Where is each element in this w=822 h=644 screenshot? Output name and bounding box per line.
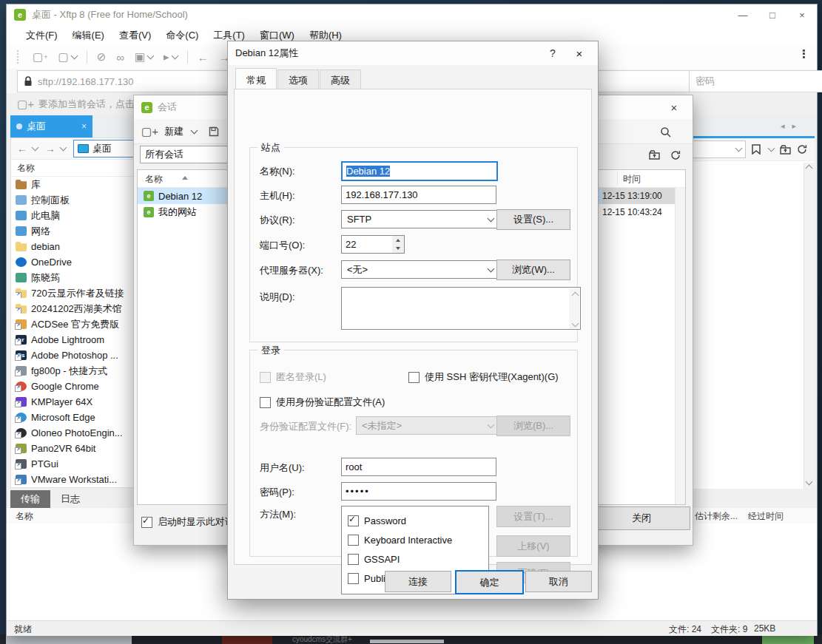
tab-scroll-arrows[interactable]: ◂▸ <box>781 121 804 131</box>
forward-history-chevron[interactable] <box>60 144 67 152</box>
textarea-scrollbar[interactable] <box>569 288 579 328</box>
user-folder-icon <box>16 273 27 282</box>
back-icon[interactable]: ← <box>16 143 29 155</box>
method-checkbox[interactable] <box>348 554 359 565</box>
ok-button[interactable]: 确定 <box>455 570 524 594</box>
protocol-settings-button[interactable]: 设置(S)... <box>496 209 570 230</box>
up-folder-icon[interactable] <box>780 145 791 155</box>
host-input[interactable]: 192.168.177.130 <box>341 186 496 204</box>
method-row[interactable]: Keyboard Interactive <box>348 530 488 549</box>
method-row[interactable]: GSSAPI <box>348 549 488 569</box>
transfer-left-icon[interactable]: ← <box>192 51 214 64</box>
properties-dialog: Debian 12属性 ? × 常规选项高级 站点 名称(N): Debian … <box>227 41 599 600</box>
description-textarea[interactable] <box>341 287 581 330</box>
search-icon[interactable] <box>660 126 672 138</box>
time-column-header[interactable]: 时间 <box>623 173 641 186</box>
name-column-header[interactable]: 名称 <box>145 173 163 186</box>
new-session-icon[interactable]: ▢+ <box>27 50 53 64</box>
site-name-input[interactable]: Debian 12 <box>341 161 498 181</box>
new-session-button[interactable]: 新建 <box>164 125 183 138</box>
scroll-up-icon[interactable] <box>572 292 579 299</box>
host-value: 192.168.177.130 <box>346 189 418 200</box>
menu-文件(F)[interactable]: 文件(F) <box>18 25 65 45</box>
tab-transfer[interactable]: 传输 <box>10 490 50 508</box>
up-folder-icon[interactable] <box>649 150 660 160</box>
scroll-down-icon[interactable] <box>572 320 579 328</box>
tree-item-label: Pano2VR 64bit <box>31 443 95 454</box>
startup-checkbox[interactable] <box>141 517 152 528</box>
tab-log[interactable]: 日志 <box>50 490 90 508</box>
method-label: GSSAPI <box>364 554 400 565</box>
ssh-agent-checkbox[interactable] <box>408 372 420 383</box>
desktop-fragment <box>370 640 444 643</box>
execute-icon[interactable]: ▸ <box>158 50 183 64</box>
password-input[interactable]: ••••• <box>341 482 496 501</box>
method-checkbox[interactable] <box>348 515 359 526</box>
close-button[interactable]: × <box>787 4 817 25</box>
remote-scrollbar[interactable] <box>804 163 815 489</box>
open-folder-icon[interactable]: ▢ <box>53 50 81 64</box>
maximize-button[interactable]: □ <box>758 4 787 25</box>
site-name-value: Debian 12 <box>346 166 390 177</box>
new-session-icon[interactable]: ▢+ <box>141 125 158 138</box>
spin-up-icon[interactable] <box>396 239 400 242</box>
ssh-agent-checkbox-row[interactable]: 使用 SSH 密钥代理(Xagent)(G) <box>408 370 559 384</box>
toolbar-overflow-icon[interactable]: ⋮ <box>798 47 809 61</box>
method-checkbox[interactable] <box>348 535 359 546</box>
password-value: ••••• <box>346 486 370 497</box>
port-input[interactable]: 22 <box>341 235 396 254</box>
close-session-dialog-button[interactable]: 关闭 <box>593 506 690 530</box>
help-icon[interactable]: ? <box>542 47 563 59</box>
folder-icon <box>16 242 27 251</box>
protocol-select[interactable]: SFTP <box>341 210 499 228</box>
username-input[interactable]: root <box>341 458 496 476</box>
tab-常规[interactable]: 常规 <box>235 68 277 91</box>
bookmark-chevron-icon[interactable] <box>768 145 775 152</box>
connect-button[interactable]: 连接 <box>385 571 451 592</box>
scroll-down-icon[interactable] <box>806 478 813 486</box>
session-list-scrollbar[interactable] <box>675 188 685 504</box>
auth-profile-checkbox[interactable] <box>260 397 271 408</box>
proxy-select[interactable]: <无> <box>341 260 499 279</box>
reconnect-icon[interactable]: ∞ <box>111 51 129 64</box>
method-label: Keyboard Interactive <box>364 535 452 546</box>
toolbar-separator <box>187 50 188 64</box>
description-label: 说明(D): <box>260 291 295 304</box>
port-spinner[interactable] <box>392 235 405 254</box>
menu-查看(V)[interactable]: 查看(V) <box>112 25 158 45</box>
chrome-shortcut-icon: ↗ <box>16 382 27 391</box>
fg800p-shortcut-icon: ↗ <box>16 366 27 376</box>
method-checkbox[interactable] <box>348 573 359 584</box>
session-dialog-close-icon[interactable]: × <box>663 101 685 114</box>
minimize-button[interactable]: — <box>728 4 758 25</box>
spin-down-icon[interactable] <box>396 247 400 250</box>
refresh-icon[interactable] <box>670 150 681 160</box>
transfer-remaining-header[interactable]: 估计剩余... <box>695 510 738 523</box>
remote-path-combo[interactable] <box>692 140 746 158</box>
tab-desktop[interactable]: 桌面 × <box>10 115 92 138</box>
session-filter-value: 所有会话 <box>145 148 183 161</box>
bookmark-icon[interactable] <box>752 144 761 155</box>
session-properties-icon[interactable]: ▣ <box>129 50 158 64</box>
shortcut-overlay-icon: ↗ <box>15 401 21 407</box>
proxy-browse-button[interactable]: 浏览(W)... <box>496 260 570 280</box>
transfer-name-header[interactable]: 名称 <box>16 510 33 523</box>
forward-icon[interactable]: → <box>44 143 57 155</box>
properties-dialog-close-icon[interactable]: × <box>568 47 590 60</box>
cancel-button[interactable]: 取消 <box>525 571 592 592</box>
scroll-up-icon[interactable] <box>806 165 813 172</box>
save-icon[interactable] <box>209 126 219 137</box>
new-session-chevron-icon[interactable] <box>190 126 198 134</box>
transfer-elapsed-header[interactable]: 经过时间 <box>748 510 784 523</box>
disconnect-icon[interactable]: ⊘ <box>92 50 112 64</box>
tab-close-icon[interactable]: × <box>81 121 87 132</box>
back-history-chevron[interactable] <box>32 144 39 152</box>
name-column-header[interactable]: 名称 <box>17 162 35 174</box>
auth-profile-checkbox-row[interactable]: 使用身份验证配置文件(A) <box>260 396 385 409</box>
method-row[interactable]: Password <box>348 511 488 530</box>
menu-命令(C)[interactable]: 命令(C) <box>158 25 206 45</box>
refresh-icon[interactable] <box>797 144 807 155</box>
menu-编辑(E)[interactable]: 编辑(E) <box>65 25 112 45</box>
password-field[interactable]: 密码 <box>689 70 822 92</box>
protocol-label: 协议(R): <box>260 214 295 227</box>
